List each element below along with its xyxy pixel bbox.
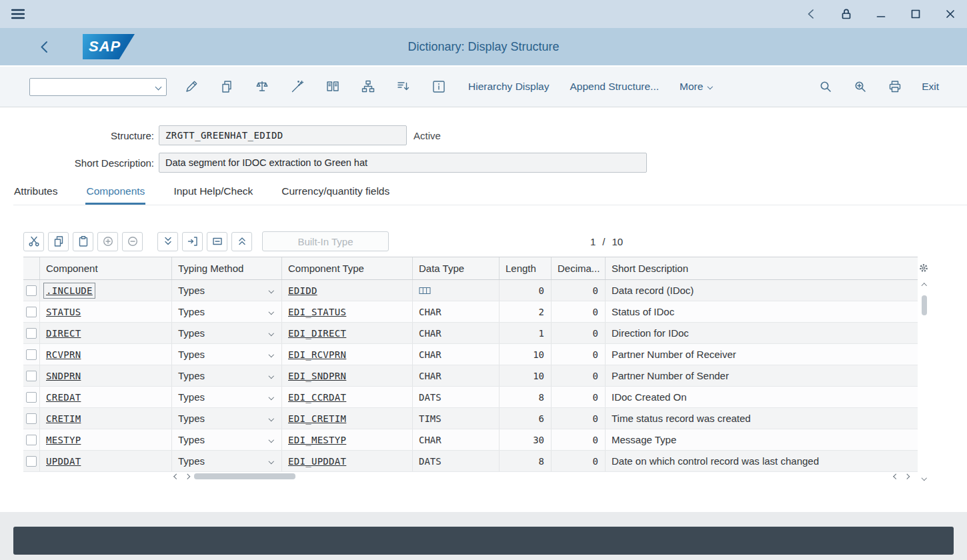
table-row[interactable]: .INCLUDE Types EDIDD 0 0 Data record (ID…: [23, 280, 918, 301]
search-icon[interactable]: [818, 79, 833, 95]
minimize-icon[interactable]: [874, 7, 888, 21]
tab-attributes[interactable]: Attributes: [13, 183, 58, 205]
scroll-left-icon[interactable]: [894, 474, 899, 479]
insert-line-icon[interactable]: [182, 232, 203, 251]
component-link[interactable]: RCVPRN: [46, 349, 81, 360]
chevron-down-icon[interactable]: [150, 85, 166, 89]
sort-icon[interactable]: [395, 79, 411, 95]
row-checkbox[interactable]: [26, 413, 37, 424]
lock-icon[interactable]: [839, 7, 854, 21]
component-type-link[interactable]: EDI_MESTYP: [288, 435, 346, 445]
row-checkbox[interactable]: [26, 435, 37, 445]
component-link[interactable]: UPDDAT: [46, 456, 81, 467]
remove-icon[interactable]: [122, 232, 143, 251]
component-link[interactable]: CRETIM: [46, 413, 81, 424]
nav-back-icon[interactable]: [804, 7, 819, 21]
component-type-link[interactable]: EDI_CCRDAT: [288, 392, 346, 403]
delete-line-icon[interactable]: [207, 232, 227, 251]
built-in-type-button[interactable]: Built-In Type: [262, 231, 389, 251]
table-row[interactable]: SNDPRN Types EDI_SNDPRN CHAR 10 0 Partne…: [23, 365, 918, 387]
typing-method-dropdown[interactable]: Types: [172, 344, 282, 365]
collapse-all-icon[interactable]: [231, 232, 252, 251]
component-link[interactable]: DIRECT: [46, 328, 81, 339]
typing-method-dropdown[interactable]: Types: [172, 365, 282, 386]
typing-method-dropdown[interactable]: Types: [172, 387, 282, 407]
cut-icon[interactable]: [23, 232, 44, 251]
close-icon[interactable]: [943, 7, 958, 21]
component-link[interactable]: SNDPRN: [46, 371, 81, 381]
col-decimals[interactable]: Decima...: [552, 257, 606, 279]
scroll-right-icon[interactable]: [184, 474, 189, 479]
command-input[interactable]: [30, 79, 150, 95]
component-link[interactable]: STATUS: [46, 307, 81, 317]
horizontal-scrollbar[interactable]: [23, 472, 918, 481]
col-data-type[interactable]: Data Type: [413, 257, 500, 279]
col-component-type[interactable]: Component Type: [282, 257, 413, 279]
table-row[interactable]: MESTYP Types EDI_MESTYP CHAR 30 0 Messag…: [23, 429, 918, 451]
component-type-link[interactable]: EDI_RCVPRN: [288, 349, 346, 360]
copy-icon[interactable]: [219, 79, 234, 95]
typing-method-dropdown[interactable]: Types: [172, 451, 282, 471]
row-checkbox[interactable]: [26, 392, 37, 403]
typing-method-dropdown[interactable]: Types: [172, 429, 282, 450]
scroll-right-icon[interactable]: [904, 474, 909, 479]
table-row[interactable]: STATUS Types EDI_STATUS CHAR 2 0 Status …: [23, 301, 918, 323]
add-icon[interactable]: [97, 232, 118, 251]
component-link[interactable]: CREDAT: [46, 392, 81, 403]
component-type-link[interactable]: EDI_DIRECT: [288, 328, 346, 339]
table-row[interactable]: CRETIM Types EDI_CRETIM TIMS 6 0 Time st…: [23, 408, 918, 429]
typing-method-dropdown[interactable]: Types: [172, 323, 282, 343]
component-type-link[interactable]: EDI_CRETIM: [288, 413, 346, 424]
col-component[interactable]: Component: [40, 257, 172, 279]
activate-wand-icon[interactable]: [289, 79, 305, 95]
scales-icon[interactable]: [254, 79, 269, 95]
component-type-link[interactable]: EDI_SNDPRN: [288, 371, 346, 381]
row-checkbox[interactable]: [26, 371, 37, 381]
tab-input-help-check[interactable]: Input Help/Check: [173, 183, 253, 205]
table-settings-gear-icon[interactable]: [918, 263, 929, 273]
short-description-field[interactable]: Data segment for IDOC extraction to Gree…: [159, 153, 647, 173]
expand-all-icon[interactable]: [157, 232, 178, 251]
print-icon[interactable]: [887, 79, 902, 95]
tab-components[interactable]: Components: [85, 183, 145, 205]
more-button[interactable]: More: [680, 81, 712, 93]
append-structure-button[interactable]: Append Structure...: [570, 81, 659, 93]
component-type-link[interactable]: EDIDD: [288, 285, 317, 296]
col-short-description[interactable]: Short Description: [606, 257, 918, 279]
row-checkbox[interactable]: [26, 285, 37, 296]
component-link[interactable]: MESTYP: [46, 435, 81, 445]
info-icon[interactable]: [431, 79, 446, 95]
typing-method-dropdown[interactable]: Types: [172, 280, 282, 301]
vertical-scroll-thumb[interactable]: [922, 295, 927, 315]
maximize-icon[interactable]: [908, 7, 923, 21]
row-checkbox[interactable]: [26, 307, 37, 317]
scroll-down-icon[interactable]: [922, 475, 927, 480]
paste-icon[interactable]: [73, 232, 93, 251]
vertical-scrollbar[interactable]: [920, 281, 929, 481]
component-type-link[interactable]: EDI_UPDDAT: [288, 456, 346, 467]
exit-button[interactable]: Exit: [922, 81, 939, 93]
horizontal-scroll-thumb[interactable]: [194, 473, 295, 479]
hierarchy-icon[interactable]: [360, 79, 375, 95]
back-icon[interactable]: [37, 39, 52, 55]
component-type-link[interactable]: EDI_STATUS: [288, 307, 346, 317]
tab-currency-quantity-fields[interactable]: Currency/quantity fields: [281, 183, 390, 205]
row-checkbox[interactable]: [26, 349, 37, 360]
typing-method-dropdown[interactable]: Types: [172, 408, 282, 429]
table-row[interactable]: DIRECT Types EDI_DIRECT CHAR 1 0 Directi…: [23, 323, 918, 344]
compare-icon[interactable]: [325, 79, 340, 95]
copy-icon[interactable]: [48, 232, 69, 251]
table-row[interactable]: UPDDAT Types EDI_UPDDAT DATS 8 0 Date on…: [23, 451, 918, 472]
hamburger-menu-icon[interactable]: [9, 6, 27, 22]
scroll-left-icon[interactable]: [174, 474, 179, 479]
edit-icon[interactable]: [183, 79, 199, 95]
structure-field[interactable]: ZRGTT_GREENHAT_EDIDD: [159, 125, 407, 145]
component-link[interactable]: .INCLUDE: [46, 285, 93, 296]
typing-method-dropdown[interactable]: Types: [172, 301, 282, 322]
table-row[interactable]: RCVPRN Types EDI_RCVPRN CHAR 10 0 Partne…: [23, 344, 918, 365]
col-length[interactable]: Length: [500, 257, 552, 279]
col-typing-method[interactable]: Typing Method: [172, 257, 282, 279]
hierarchy-display-button[interactable]: Hierarchy Display: [468, 81, 549, 93]
command-field[interactable]: [29, 78, 167, 96]
row-checkbox[interactable]: [26, 456, 37, 467]
